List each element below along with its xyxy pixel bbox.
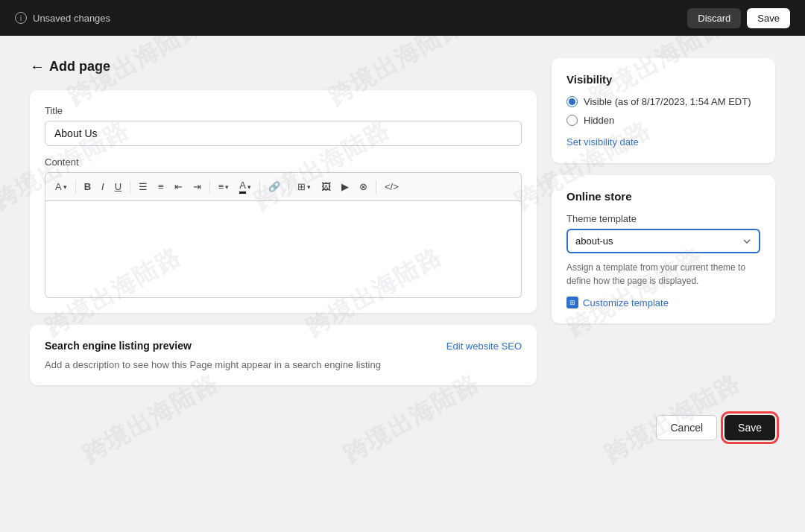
hidden-radio[interactable] bbox=[566, 115, 578, 126]
title-input[interactable] bbox=[45, 121, 522, 146]
page-title: Add page bbox=[49, 59, 110, 75]
seo-description: Add a description to see how this Page m… bbox=[45, 359, 522, 370]
save-bottom-button[interactable]: Save bbox=[724, 415, 775, 440]
editor-body[interactable] bbox=[45, 201, 522, 298]
discard-button[interactable]: Discard bbox=[687, 8, 741, 28]
toolbar-divider-2 bbox=[130, 180, 130, 194]
link-button[interactable]: 🔗 bbox=[265, 179, 284, 194]
main-content: ← Add page Title Content A ▾ B I U ☰ ≡ bbox=[0, 36, 805, 408]
hidden-label: Hidden bbox=[584, 115, 614, 126]
theme-description: Assign a template from your current them… bbox=[566, 261, 760, 288]
set-visibility-link[interactable]: Set visibility date bbox=[566, 136, 639, 148]
toolbar-divider-3 bbox=[209, 180, 210, 194]
back-link[interactable]: ← Add page bbox=[30, 58, 537, 75]
customize-template-link[interactable]: ⊞ Customize template bbox=[566, 297, 760, 308]
online-store-title: Online store bbox=[566, 190, 760, 203]
visibility-hidden-option[interactable]: Hidden bbox=[566, 115, 760, 126]
italic-button[interactable]: I bbox=[98, 179, 108, 194]
code-button[interactable]: </> bbox=[381, 179, 402, 194]
align-button[interactable]: ≡ ▾ bbox=[215, 179, 233, 194]
bottom-actions: Cancel Save bbox=[0, 408, 805, 455]
title-content-card: Title Content A ▾ B I U ☰ ≡ ⇤ ⇥ bbox=[30, 90, 537, 313]
font-size-button[interactable]: A ▾ bbox=[51, 179, 71, 194]
customize-icon: ⊞ bbox=[566, 297, 578, 308]
underline-button[interactable]: U bbox=[111, 179, 125, 194]
visibility-options: Visible (as of 8/17/2023, 1:54 AM EDT) H… bbox=[566, 96, 760, 126]
color-button[interactable]: A ▾ bbox=[236, 177, 255, 196]
info-icon: i bbox=[15, 12, 27, 24]
status-text: Unsaved changes bbox=[33, 13, 110, 24]
visibility-visible-option[interactable]: Visible (as of 8/17/2023, 1:54 AM EDT) bbox=[566, 96, 760, 107]
save-top-button[interactable]: Save bbox=[747, 8, 790, 28]
visibility-card: Visibility Visible (as of 8/17/2023, 1:5… bbox=[552, 58, 775, 163]
customize-label: Customize template bbox=[583, 297, 669, 308]
content-label: Content bbox=[45, 156, 522, 168]
seo-card: Search engine listing preview Edit websi… bbox=[30, 325, 537, 385]
edit-seo-link[interactable]: Edit website SEO bbox=[446, 341, 522, 352]
indent-right-button[interactable]: ⇥ bbox=[189, 179, 205, 194]
unordered-list-button[interactable]: ☰ bbox=[135, 179, 151, 194]
right-column: Visibility Visible (as of 8/17/2023, 1:5… bbox=[552, 58, 775, 385]
toolbar-divider-6 bbox=[376, 180, 376, 194]
image-button[interactable]: 🖼 bbox=[318, 179, 335, 194]
top-bar: i Unsaved changes Discard Save bbox=[0, 0, 805, 36]
visibility-title: Visibility bbox=[566, 73, 760, 86]
cancel-button[interactable]: Cancel bbox=[656, 415, 717, 440]
toolbar-divider-4 bbox=[259, 180, 260, 194]
online-store-card: Online store Theme template about-us pag… bbox=[552, 175, 775, 323]
seo-header: Search engine listing preview Edit websi… bbox=[45, 340, 522, 352]
seo-title: Search engine listing preview bbox=[45, 340, 192, 352]
unsaved-status: i Unsaved changes bbox=[15, 12, 110, 24]
ordered-list-button[interactable]: ≡ bbox=[154, 179, 168, 194]
visible-label: Visible (as of 8/17/2023, 1:54 AM EDT) bbox=[584, 96, 751, 107]
embed-button[interactable]: ⊗ bbox=[356, 179, 371, 194]
table-button[interactable]: ⊞ ▾ bbox=[294, 179, 315, 194]
top-bar-actions: Discard Save bbox=[687, 8, 790, 28]
left-column: ← Add page Title Content A ▾ B I U ☰ ≡ bbox=[30, 58, 537, 385]
bold-button[interactable]: B bbox=[80, 179, 95, 194]
visible-radio[interactable] bbox=[566, 96, 578, 107]
indent-left-button[interactable]: ⇤ bbox=[171, 179, 186, 194]
theme-select[interactable]: about-us page contact faq bbox=[566, 229, 760, 253]
video-button[interactable]: ▶ bbox=[338, 179, 353, 194]
title-label: Title bbox=[45, 105, 522, 116]
toolbar-divider-1 bbox=[75, 180, 76, 194]
back-arrow-icon: ← bbox=[30, 58, 45, 75]
theme-template-label: Theme template bbox=[566, 213, 760, 224]
toolbar-divider-5 bbox=[288, 180, 289, 194]
editor-toolbar: A ▾ B I U ☰ ≡ ⇤ ⇥ ≡ ▾ A ▾ bbox=[45, 172, 522, 201]
